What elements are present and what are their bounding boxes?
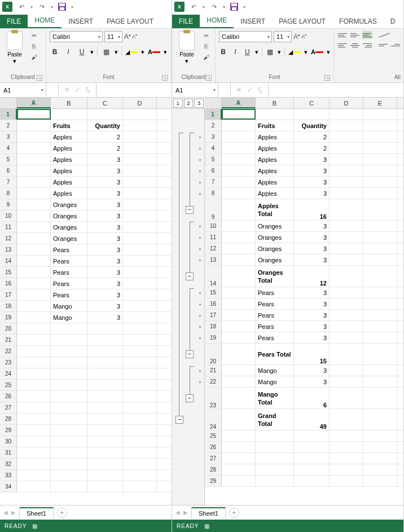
cell[interactable] [17, 256, 51, 266]
cell[interactable] [363, 332, 397, 343]
redo-dropdown[interactable]: ▾ [51, 5, 53, 10]
cell[interactable]: 49 [294, 409, 330, 430]
cell[interactable] [17, 120, 51, 131]
worksheet-grid-left[interactable]: ABCD 12FruitsQuantity3Apples24Apples25Ap… [0, 98, 172, 505]
cell[interactable] [123, 481, 157, 492]
cell[interactable] [222, 310, 256, 320]
cell[interactable]: 3 [294, 232, 330, 243]
row-header[interactable]: 7 [205, 177, 222, 187]
column-header[interactable]: D [330, 98, 363, 108]
cell[interactable]: 3 [294, 321, 330, 332]
cell[interactable] [222, 177, 256, 187]
cell[interactable]: Apples [51, 165, 87, 176]
fill-color-button[interactable]: ◢ [125, 49, 138, 56]
cell[interactable] [256, 109, 294, 120]
row-header[interactable]: 29 [205, 476, 222, 486]
new-sheet-button[interactable]: + [229, 508, 239, 518]
cell[interactable] [123, 244, 157, 255]
cell[interactable] [123, 165, 157, 176]
row-header[interactable]: 8 [0, 188, 17, 199]
fill-color-button[interactable]: ◢ [288, 49, 301, 56]
column-header[interactable]: E [363, 98, 397, 108]
cell[interactable] [51, 323, 87, 334]
shrink-font-button[interactable]: A▾ [301, 33, 306, 41]
cell[interactable]: 3 [87, 301, 123, 311]
cell[interactable]: Oranges [51, 233, 87, 244]
cell[interactable]: Mango [51, 312, 87, 323]
cell[interactable] [51, 380, 87, 390]
align-center-button[interactable] [350, 41, 360, 49]
cell[interactable]: Mango Total [256, 388, 294, 408]
row-header[interactable]: 14 [205, 266, 222, 287]
cell[interactable]: Grand Total [256, 409, 294, 430]
cell[interactable]: Apples [51, 188, 87, 199]
macro-record-icon[interactable]: ▦ [204, 523, 210, 529]
font-launcher[interactable]: ↘ [162, 75, 168, 81]
clipboard-launcher[interactable]: ↘ [37, 75, 42, 81]
cell[interactable] [256, 464, 294, 475]
cell[interactable]: Quantity [294, 120, 330, 131]
cell[interactable] [222, 298, 256, 309]
underline-button[interactable]: U [77, 47, 87, 57]
cell[interactable] [222, 188, 256, 199]
cell[interactable] [87, 436, 123, 447]
cell[interactable]: Pears [256, 310, 294, 320]
cell[interactable] [51, 335, 87, 345]
cell[interactable] [294, 476, 330, 486]
cell[interactable] [123, 267, 157, 278]
cell[interactable]: 3 [87, 222, 123, 232]
cell[interactable] [222, 254, 256, 265]
copy-button[interactable]: ⎘ [200, 42, 212, 51]
cell[interactable] [51, 470, 87, 481]
cell[interactable] [363, 199, 397, 220]
cell[interactable]: Pears [256, 332, 294, 343]
cell[interactable] [363, 243, 397, 254]
cell[interactable]: 3 [294, 365, 330, 376]
cell[interactable] [123, 210, 157, 221]
cell[interactable] [330, 199, 363, 220]
row-header[interactable]: 27 [205, 453, 222, 464]
cell[interactable] [17, 414, 51, 424]
cell[interactable]: 3 [294, 165, 330, 176]
cell[interactable] [222, 221, 256, 231]
row-header[interactable]: 8 [205, 188, 222, 199]
cell[interactable] [330, 298, 363, 309]
row-header[interactable]: 12 [205, 243, 222, 254]
clipboard-launcher[interactable]: ↘ [206, 75, 212, 81]
cell[interactable] [87, 380, 123, 390]
cell[interactable] [330, 365, 363, 376]
cell[interactable]: 3 [87, 256, 123, 266]
cell[interactable]: 3 [294, 376, 330, 387]
row-header[interactable]: 20 [0, 323, 17, 334]
borders-button[interactable]: ▦ [101, 47, 111, 57]
row-header[interactable]: 28 [0, 414, 17, 424]
cell[interactable] [123, 470, 157, 481]
cell[interactable] [363, 120, 397, 131]
row-header[interactable]: 10 [0, 210, 17, 221]
cell[interactable] [51, 346, 87, 357]
cell[interactable] [330, 430, 363, 441]
cell[interactable] [256, 430, 294, 441]
row-header[interactable]: 23 [0, 357, 17, 368]
cell[interactable]: 15 [294, 344, 330, 364]
row-header[interactable]: 20 [205, 344, 222, 364]
cell[interactable]: Fruits [256, 120, 294, 131]
cell[interactable] [294, 453, 330, 464]
cell[interactable]: Pears [51, 278, 87, 289]
cell[interactable] [222, 131, 256, 142]
cell[interactable] [51, 368, 87, 379]
row-header[interactable]: 11 [0, 222, 17, 232]
borders-dropdown[interactable]: ▾ [115, 49, 118, 56]
cell[interactable] [363, 321, 397, 332]
font-size-select[interactable]: 11▾ [274, 31, 292, 42]
grow-font-button[interactable]: A▴ [293, 33, 300, 41]
cell[interactable] [17, 188, 51, 199]
bold-button[interactable]: B [219, 47, 227, 57]
cell[interactable]: 2 [294, 143, 330, 153]
cell[interactable] [17, 210, 51, 221]
cell[interactable] [51, 391, 87, 402]
cell[interactable] [294, 109, 330, 120]
row-header[interactable]: 15 [205, 287, 222, 298]
orientation-button[interactable] [378, 31, 390, 39]
undo-dropdown[interactable]: ▾ [30, 5, 33, 10]
